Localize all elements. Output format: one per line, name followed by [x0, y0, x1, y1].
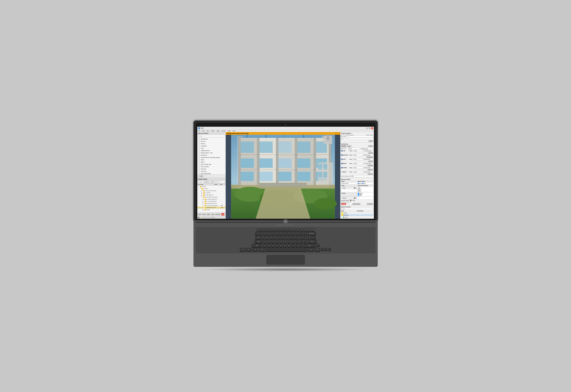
file-item[interactable]: ▼ 03_3D Model Coordination — [197, 196, 225, 198]
maximize-button[interactable]: □ — [369, 127, 371, 129]
tree-item-interiors[interactable]: ▶ Interiors — [197, 142, 225, 145]
key-f[interactable]: F — [275, 240, 279, 243]
key-ctrl[interactable]: Ctrl — [240, 248, 246, 251]
set-bottom-btn[interactable]: Set Bottom — [366, 156, 373, 158]
tree-item-revit-function[interactable]: ▶ Revit_Function — [197, 166, 225, 168]
key-left[interactable]: ← — [321, 248, 324, 251]
touchpad[interactable] — [266, 255, 305, 265]
preset-item-level1[interactable]: Level 1 — [341, 216, 373, 218]
file-item[interactable]: ▶ 02_Trade Model Files — [197, 200, 225, 202]
key-up[interactable]: ↑ — [317, 244, 320, 247]
menu-track[interactable]: Track — [227, 130, 231, 131]
preset-item-701814[interactable]: 701814... — [341, 212, 373, 214]
file-item[interactable]: ▶ 00_Project Procurement — [197, 190, 225, 192]
file-item[interactable]: ▼ 04_Floor Plan Backgrou... DMG — [197, 205, 225, 207]
key-y[interactable]: Y — [282, 236, 285, 239]
right-inches-input[interactable] — [363, 163, 373, 165]
key-c[interactable]: C — [271, 244, 274, 247]
presets-search-input[interactable] — [341, 208, 373, 210]
assign-button[interactable]: Assign — [207, 213, 210, 216]
tab-library[interactable]: Library — [198, 181, 203, 183]
tags-input[interactable] — [348, 138, 373, 140]
key-minus[interactable]: - — [300, 232, 303, 235]
key-enter[interactable]: Enter — [308, 240, 317, 243]
tree-item-mechanical[interactable]: ▶ Mechanical — [197, 154, 225, 156]
key-comma[interactable]: , — [291, 244, 294, 247]
tree-item-level[interactable]: ▶ Level — [197, 147, 225, 149]
menu-object[interactable]: Object — [210, 130, 215, 131]
key-period[interactable]: . — [295, 244, 299, 247]
tree-item-mech-plumbing[interactable]: ▶ Mechanical and Plumbing Systems — [197, 156, 225, 158]
tree-item-qaqc[interactable]: ▶ QAQC — [197, 161, 225, 163]
file-item-highlighted[interactable]: 09122019 Boom Blo... DWG — [197, 207, 225, 209]
front-checkbox[interactable]: ✓ — [341, 167, 343, 168]
hide-toggle[interactable]: HIDE — [346, 145, 352, 147]
key-x[interactable]: X — [267, 244, 270, 247]
viewport[interactable]: 701046 Travis County Courts Facility — [226, 132, 340, 219]
file-item[interactable]: ▼ 03_RCS — [197, 185, 225, 188]
key-l[interactable]: L — [296, 240, 299, 243]
preset-item-basema[interactable]: Base_Ma... — [341, 214, 373, 216]
key-0[interactable]: 0 — [295, 232, 299, 235]
set-box-btn[interactable]: Set Box — [368, 145, 373, 147]
key-f5[interactable]: F5 — [275, 228, 278, 231]
tree-item-landscape[interactable]: ▶ Landscape — [197, 145, 225, 147]
menu-edit[interactable]: Edit — [202, 130, 205, 131]
set-right-btn[interactable]: Set Right — [367, 165, 373, 167]
key-d[interactable]: D — [271, 240, 275, 243]
key-u[interactable]: U — [286, 236, 289, 239]
key-rbracket[interactable]: ] — [306, 236, 309, 239]
key-backtick[interactable]: ~ — [255, 232, 258, 235]
back-offset-input[interactable] — [353, 171, 363, 173]
offset-all-inches-input[interactable] — [361, 148, 373, 150]
right-offset-input[interactable] — [353, 163, 363, 165]
update-details-btn[interactable]: Update Details — [352, 203, 361, 205]
update-button[interactable]: Update — [368, 140, 373, 142]
key-f2[interactable]: F2 — [264, 228, 267, 231]
key-h[interactable]: H — [284, 240, 287, 243]
key-b[interactable]: B — [279, 244, 282, 247]
front-offset-input[interactable] — [353, 167, 363, 169]
key-down[interactable]: ↓ — [324, 248, 328, 251]
key-2[interactable]: 2 — [263, 232, 267, 235]
key-alt[interactable]: Alt — [259, 248, 265, 251]
tree-item-bylevel[interactable]: ▶ By Level — [197, 140, 225, 142]
key-p[interactable]: P — [298, 236, 301, 239]
menu-file[interactable]: File — [198, 130, 201, 131]
vertex-checkbox[interactable] — [358, 183, 359, 184]
key-f3[interactable]: F3 — [268, 228, 271, 231]
key-e[interactable]: E — [270, 236, 273, 239]
delete-button[interactable]: Delete — [221, 213, 225, 216]
key-tab[interactable]: Tab — [255, 236, 261, 239]
right-checkbox[interactable]: ✓ — [341, 163, 343, 164]
tags-search-input[interactable] — [198, 135, 225, 137]
file-item[interactable]: ▼ 35 VDCO — [197, 188, 225, 190]
tab-selection[interactable]: Selection — [203, 181, 210, 183]
set-back-btn[interactable]: Set Back — [367, 173, 373, 175]
key-f4[interactable]: F4 — [271, 228, 274, 231]
key-n[interactable]: N — [283, 244, 286, 247]
key-i[interactable]: I — [290, 236, 293, 239]
tree-item-tag-physical[interactable]: ▶ Tag_PhysicalType — [197, 172, 225, 174]
key-fn[interactable]: Fn — [246, 248, 252, 251]
file-item[interactable]: ▶ Archive — [197, 209, 225, 211]
key-g[interactable]: G — [279, 240, 283, 243]
front-inches-input[interactable] — [363, 167, 373, 169]
key-w[interactable]: W — [266, 236, 269, 239]
offset-all-input[interactable] — [348, 148, 361, 150]
key-f10[interactable]: F10 — [293, 228, 296, 231]
file-item[interactable]: ▶ 01_Master Alignment F... — [197, 198, 225, 200]
key-8[interactable]: 8 — [287, 232, 291, 235]
center-checkbox[interactable] — [358, 195, 359, 196]
left-checkbox[interactable]: ✓ — [341, 158, 343, 160]
key-r[interactable]: R — [274, 236, 277, 239]
key-m[interactable]: M — [287, 244, 290, 247]
key-f8[interactable]: F8 — [286, 228, 289, 231]
close-button[interactable]: ✕ — [371, 127, 373, 129]
add-button[interactable]: + Add — [198, 175, 204, 178]
tab-filter[interactable]: Filter — [210, 181, 215, 183]
off-toggle[interactable]: OFF — [341, 145, 346, 147]
top-checkbox[interactable]: ✓ — [341, 150, 343, 152]
tree-item-tag-level[interactable]: ▶ Tag_Level — [197, 170, 225, 172]
key-lbracket[interactable]: [ — [302, 236, 305, 239]
